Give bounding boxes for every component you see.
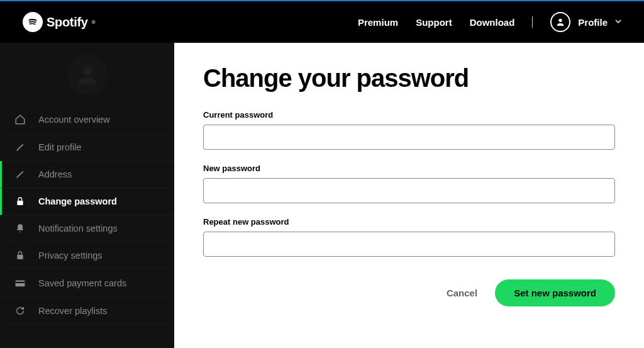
sidebar-item-recover-playlists[interactable]: Recover playlists [0,298,174,325]
repeat-password-input[interactable] [203,232,615,257]
logo[interactable]: Spotify ® [23,12,96,32]
registered-mark: ® [92,20,96,25]
chevron-down-icon [615,18,621,26]
current-password-input[interactable] [203,125,615,150]
home-icon [14,114,26,125]
navbar: Spotify ® Premium Support Download Profi… [0,1,644,43]
nav-download[interactable]: Download [470,17,515,28]
nav-premium[interactable]: Premium [358,17,398,28]
page-title: Change your password [203,64,615,93]
sidebar-item-change-password[interactable]: Change password [0,188,174,215]
svg-rect-6 [16,282,25,283]
avatar-icon [550,12,570,32]
sidebar-item-label: Recover playlists [38,306,108,316]
svg-rect-4 [17,255,23,259]
sidebar-item-edit-profile[interactable]: Edit profile [0,134,174,161]
sidebar-item-label: Edit profile [38,142,82,152]
set-new-password-button[interactable]: Set new password [495,279,615,306]
user-avatar-placeholder-icon [67,54,108,94]
sidebar-item-label: Address [38,169,72,179]
refresh-icon [14,306,26,316]
sidebar-item-label: Change password [38,196,117,206]
sidebar-item-label: Notification settings [38,223,118,233]
new-password-input[interactable] [203,178,615,203]
sidebar-item-notification-settings[interactable]: Notification settings [0,215,174,242]
field-current-password: Current password [203,110,615,150]
sidebar-item-label: Privacy settings [38,250,103,261]
repeat-password-label: Repeat new password [203,217,615,227]
field-new-password: New password [203,164,615,203]
spotify-logo-icon [23,12,43,32]
svg-rect-5 [16,281,25,287]
content: Account overview Edit profile Address Ch… [0,43,644,348]
current-password-label: Current password [203,110,615,120]
pencil-icon [14,142,26,152]
nav-right: Premium Support Download Profile [358,12,621,32]
sidebar-item-label: Account overview [38,115,110,125]
card-icon [14,278,26,289]
svg-point-2 [82,67,92,76]
sidebar-items: Account overview Edit profile Address Ch… [0,106,174,325]
new-password-label: New password [203,164,615,173]
profile-menu[interactable]: Profile [550,12,621,32]
sidebar-item-account-overview[interactable]: Account overview [0,106,174,134]
cancel-button[interactable]: Cancel [447,288,477,298]
profile-label: Profile [578,17,608,28]
sidebar: Account overview Edit profile Address Ch… [0,43,174,348]
sidebar-item-label: Saved payment cards [38,278,126,288]
sidebar-item-address[interactable]: Address [0,161,174,188]
bell-icon [14,223,26,233]
sidebar-item-saved-payment-cards[interactable]: Saved payment cards [0,269,174,298]
svg-rect-3 [17,201,23,205]
lock-icon [14,250,26,261]
lock-icon [14,196,26,206]
nav-support[interactable]: Support [416,17,452,28]
form-actions: Cancel Set new password [203,279,615,306]
main-panel: Change your password Current password Ne… [174,43,644,348]
pencil-icon [14,169,26,179]
svg-point-1 [559,19,562,22]
field-repeat-password: Repeat new password [203,217,615,257]
nav-divider [532,16,533,28]
sidebar-avatar-area [0,43,174,106]
brand-name: Spotify [47,15,88,30]
sidebar-item-privacy-settings[interactable]: Privacy settings [0,242,174,269]
